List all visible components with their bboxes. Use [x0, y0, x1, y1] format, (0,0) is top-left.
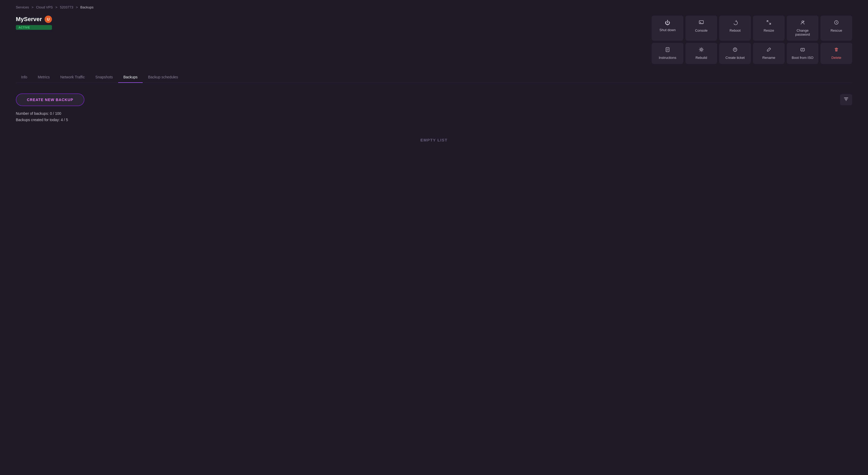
svg-rect-12 — [801, 48, 804, 51]
breadcrumb-cloud-vps[interactable]: Cloud VPS — [36, 5, 53, 9]
reboot-label: Reboot — [730, 29, 741, 32]
ubuntu-icon: U — [44, 16, 52, 23]
shutdown-icon: ⏻ — [665, 20, 670, 26]
breadcrumb: Services > Cloud VPS > 5203773 > Backups — [16, 5, 852, 9]
delete-label: Delete — [831, 56, 841, 60]
action-buttons-grid: ⏻ Shut down Console — [652, 16, 852, 64]
tab-info[interactable]: Info — [16, 72, 32, 83]
breadcrumb-sep-2: > — [55, 5, 58, 9]
shutdown-label: Shut down — [659, 28, 676, 32]
delete-button[interactable]: Delete — [820, 43, 852, 64]
tab-backups[interactable]: Backups — [118, 72, 143, 83]
resize-label: Resize — [764, 29, 774, 32]
breadcrumb-services[interactable]: Services — [16, 5, 29, 9]
server-title: MyServer U — [16, 16, 52, 23]
create-new-backup-button[interactable]: CREATE NEW BACKUP — [16, 93, 84, 106]
rescue-label: Rescue — [831, 29, 842, 32]
console-label: Console — [695, 29, 708, 32]
rescue-button[interactable]: Rescue — [820, 16, 852, 41]
breadcrumb-sep-1: > — [31, 5, 34, 9]
instructions-icon — [665, 47, 670, 54]
change-password-button[interactable]: Change password — [787, 16, 818, 41]
instructions-button[interactable]: Instructions — [652, 43, 683, 64]
resize-icon — [766, 20, 772, 26]
content-top-bar: CREATE NEW BACKUP — [16, 93, 852, 106]
reboot-icon — [733, 20, 738, 26]
header-section: MyServer U ACTIVE ⏻ Shut down Co — [16, 16, 852, 64]
resize-button[interactable]: Resize — [753, 16, 785, 41]
reboot-button[interactable]: Reboot — [719, 16, 751, 41]
svg-point-11 — [735, 51, 735, 51]
filter-button[interactable] — [840, 94, 852, 105]
console-icon — [699, 20, 704, 26]
rename-label: Rename — [762, 56, 775, 60]
rename-icon — [766, 47, 772, 54]
svg-point-2 — [802, 21, 803, 23]
tab-snapshots[interactable]: Snapshots — [90, 72, 118, 83]
svg-point-9 — [701, 49, 702, 51]
instructions-label: Instructions — [659, 56, 676, 60]
rebuild-icon — [699, 47, 704, 54]
svg-rect-0 — [699, 21, 704, 24]
tab-network-traffic[interactable]: Network Traffic — [55, 72, 90, 83]
rebuild-button[interactable]: Rebuild — [685, 43, 717, 64]
breadcrumb-server-id[interactable]: 5203773 — [60, 5, 73, 9]
backups-today-stat: Backups created for today: 4 / 5 — [16, 118, 852, 122]
delete-icon — [834, 47, 839, 54]
breadcrumb-sep-3: > — [76, 5, 79, 9]
create-ticket-label: Create ticket — [725, 56, 745, 60]
create-ticket-icon — [733, 47, 738, 54]
nav-tabs: Info Metrics Network Traffic Snapshots B… — [16, 72, 852, 83]
shutdown-button[interactable]: ⏻ Shut down — [652, 16, 683, 41]
stats-section: Number of backups: 0 / 100 Backups creat… — [16, 111, 852, 122]
change-password-icon — [800, 20, 805, 26]
tab-metrics[interactable]: Metrics — [32, 72, 55, 83]
boot-from-iso-label: Boot from ISO — [792, 56, 813, 60]
filter-icon — [844, 97, 848, 101]
num-backups-stat: Number of backups: 0 / 100 — [16, 111, 852, 116]
boot-from-iso-button[interactable]: Boot from ISO — [787, 43, 818, 64]
rename-button[interactable]: Rename — [753, 43, 785, 64]
change-password-label: Change password — [789, 29, 816, 36]
tab-backup-schedules[interactable]: Backup schedules — [143, 72, 183, 83]
boot-from-iso-icon — [800, 47, 805, 54]
breadcrumb-current: Backups — [81, 5, 94, 9]
server-name: MyServer — [16, 16, 42, 23]
rebuild-label: Rebuild — [695, 56, 707, 60]
create-ticket-button[interactable]: Create ticket — [719, 43, 751, 64]
content-section: CREATE NEW BACKUP Number of backups: 0 /… — [16, 91, 852, 145]
rescue-icon — [834, 20, 839, 26]
page-container: Services > Cloud VPS > 5203773 > Backups… — [0, 0, 868, 150]
server-info: MyServer U ACTIVE — [16, 16, 52, 30]
console-button[interactable]: Console — [685, 16, 717, 41]
empty-list-message: EMPTY LIST — [16, 138, 852, 142]
status-badge: ACTIVE — [16, 25, 52, 30]
